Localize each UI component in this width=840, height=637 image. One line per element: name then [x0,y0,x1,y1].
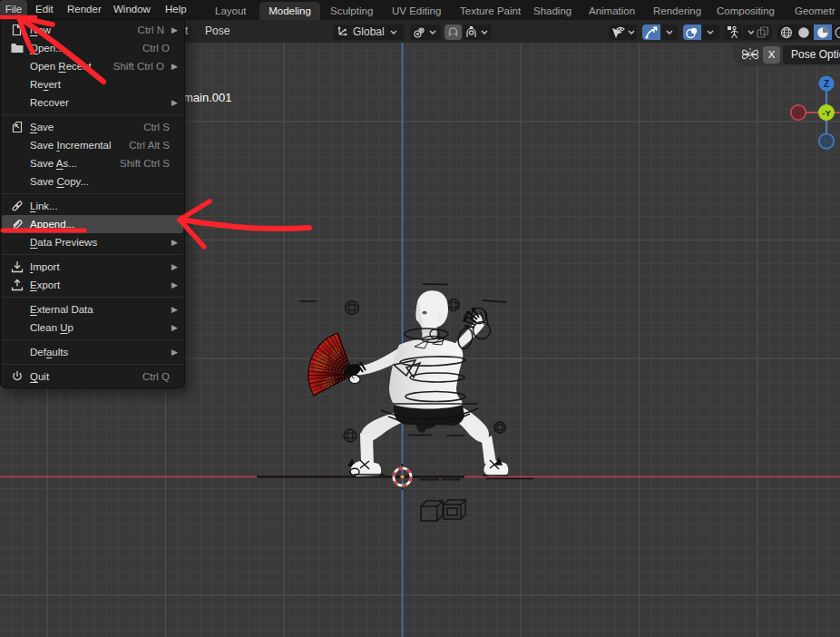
svg-text:Z: Z [824,79,829,89]
svg-text:-Y: -Y [822,108,831,118]
